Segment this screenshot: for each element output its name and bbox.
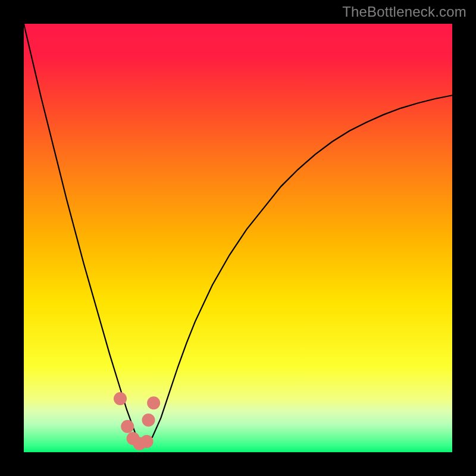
chart-container: TheBottleneck.com [0, 0, 476, 476]
highlight-marker [114, 392, 127, 405]
bottleneck-chart-svg [24, 24, 452, 452]
chart-background [24, 24, 452, 452]
highlight-marker [140, 435, 154, 448]
highlight-marker [142, 414, 155, 427]
watermark-text: TheBottleneck.com [342, 4, 466, 20]
highlight-marker [121, 420, 134, 433]
highlight-marker [147, 396, 160, 409]
